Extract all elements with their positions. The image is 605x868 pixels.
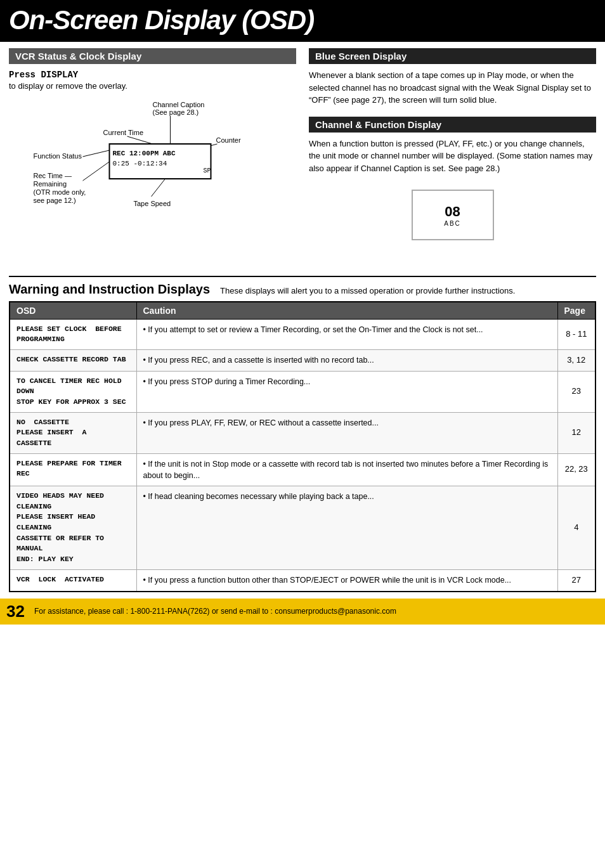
svg-text:Tape Speed: Tape Speed <box>134 200 171 207</box>
caution-cell: • If head cleaning becomes necessary whi… <box>136 486 557 569</box>
page-footer: 32 For assistance, please call : 1-800-2… <box>0 599 605 625</box>
col-header-osd: OSD <box>10 302 136 320</box>
osd-cell: TO CANCEL TIMER REC HOLD DOWN STOP KEY F… <box>10 371 136 412</box>
osd-cell: PLEASE SET CLOCK BEFORE PROGRAMMING <box>10 319 136 349</box>
svg-text:REC   12:00PM   ABC: REC 12:00PM ABC <box>113 150 176 157</box>
svg-text:(OTR mode only,: (OTR mode only, <box>34 188 86 196</box>
table-row: VCR LOCK ACTIVATED• If you press a funct… <box>10 569 595 591</box>
channel-display-box: 08 ABC <box>412 190 494 240</box>
page-cell: 3, 12 <box>557 349 595 371</box>
svg-text:Current Time: Current Time <box>103 129 144 136</box>
footer-text: For assistance, please call : 1-800-211-… <box>34 607 396 616</box>
osd-cell: NO CASSETTE PLEASE INSERT A CASSETTE <box>10 412 136 453</box>
vcr-status-section: VCR Status & Clock Display Press DISPLAY… <box>9 48 296 268</box>
svg-line-4 <box>83 150 110 157</box>
svg-text:Rec Time —: Rec Time — <box>34 172 72 179</box>
page-number: 32 <box>6 602 27 621</box>
page-cell: 23 <box>557 371 595 412</box>
svg-text:Function Status: Function Status <box>34 152 82 160</box>
svg-text:SP: SP <box>204 167 211 174</box>
table-row: PLEASE PREPARE FOR TIMER REC• If the uni… <box>10 453 595 486</box>
page-cell: 27 <box>557 569 595 591</box>
caution-cell: • If you press PLAY, FF, REW, or REC wit… <box>136 412 557 453</box>
channel-function-text: When a function button is pressed (PLAY,… <box>309 138 596 175</box>
page-cell: 8 - 11 <box>557 319 595 349</box>
svg-line-8 <box>204 144 218 148</box>
channel-sub: ABC <box>444 220 461 227</box>
warning-subtitle: These displays will alert you to a misse… <box>220 282 515 297</box>
svg-line-19 <box>152 179 166 197</box>
warning-section: Warning and Instruction Displays These d… <box>9 282 596 592</box>
press-display-label: Press DISPLAY <box>9 69 296 80</box>
warning-header: Warning and Instruction Displays These d… <box>9 282 596 297</box>
page-cell: 22, 23 <box>557 453 595 486</box>
warning-table: OSD Caution Page PLEASE SET CLOCK BEFORE… <box>9 301 596 592</box>
table-row: VIDEO HEADS MAY NEED CLEANING PLEASE INS… <box>10 486 595 569</box>
table-row: NO CASSETTE PLEASE INSERT A CASSETTE• If… <box>10 412 595 453</box>
osd-cell: VCR LOCK ACTIVATED <box>10 569 136 591</box>
section-divider <box>9 276 596 277</box>
page-header: On-Screen Display (OSD) <box>0 0 605 42</box>
table-row: TO CANCEL TIMER REC HOLD DOWN STOP KEY F… <box>10 371 595 412</box>
channel-function-header: Channel & Function Display <box>309 117 596 133</box>
svg-text:0:25  -0:12:34: 0:25 -0:12:34 <box>113 160 167 167</box>
channel-number: 08 <box>445 204 460 220</box>
caution-cell: • If the unit is not in Stop mode or a c… <box>136 453 557 486</box>
page-cell: 12 <box>557 412 595 453</box>
svg-text:Channel  Caption: Channel Caption <box>153 101 205 108</box>
table-row: PLEASE SET CLOCK BEFORE PROGRAMMING• If … <box>10 319 595 349</box>
svg-text:(See page 28.): (See page 28.) <box>153 108 199 116</box>
svg-line-6 <box>127 136 153 144</box>
col-header-caution: Caution <box>136 302 557 320</box>
svg-text:Remaining: Remaining <box>34 180 67 188</box>
caution-cell: • If you press a function button other t… <box>136 569 557 591</box>
caution-cell: • If you press STOP during a Timer Recor… <box>136 371 557 412</box>
main-content: VCR Status & Clock Display Press DISPLAY… <box>0 42 605 592</box>
blue-screen-header: Blue Screen Display <box>309 48 596 64</box>
page-title: On-Screen Display (OSD) <box>9 5 596 36</box>
osd-cell: PLEASE PREPARE FOR TIMER REC <box>10 453 136 486</box>
table-row: CHECK CASSETTE RECORD TAB• If you press … <box>10 349 595 371</box>
col-header-page: Page <box>557 302 595 320</box>
vcr-status-header: VCR Status & Clock Display <box>9 48 296 64</box>
overlay-description: to display or remove the overlay. <box>9 81 296 91</box>
svg-line-13 <box>83 162 110 181</box>
svg-text:Counter: Counter <box>216 136 241 144</box>
blue-screen-text: Whenever a blank section of a tape comes… <box>309 69 596 107</box>
osd-cell: CHECK CASSETTE RECORD TAB <box>10 349 136 371</box>
warning-title: Warning and Instruction Displays <box>9 282 210 297</box>
page-cell: 4 <box>557 486 595 569</box>
svg-text:see page 12.): see page 12.) <box>34 197 76 204</box>
svg-rect-14 <box>110 144 211 179</box>
table-header-row: OSD Caution Page <box>10 302 595 320</box>
osd-diagram: Channel Caption (See page 28.) Function … <box>9 98 296 263</box>
caution-cell: • If you press REC, and a cassette is in… <box>136 349 557 371</box>
caution-cell: • If you attempt to set or review a Time… <box>136 319 557 349</box>
osd-cell: VIDEO HEADS MAY NEED CLEANING PLEASE INS… <box>10 486 136 569</box>
top-section: VCR Status & Clock Display Press DISPLAY… <box>9 48 596 268</box>
right-col: Blue Screen Display Whenever a blank sec… <box>309 48 596 268</box>
diagram-lines: Channel Caption (See page 28.) Function … <box>9 98 296 263</box>
